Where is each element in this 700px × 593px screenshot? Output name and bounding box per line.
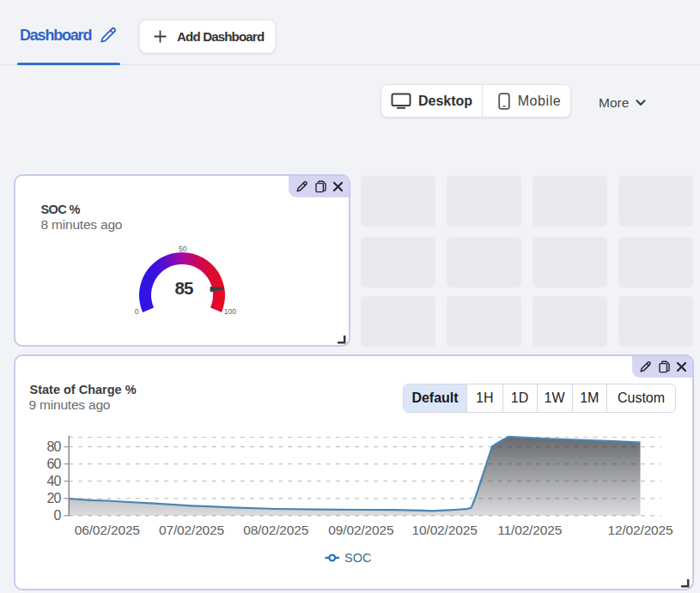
svg-text:0: 0 bbox=[54, 508, 62, 523]
svg-text:80: 80 bbox=[47, 439, 62, 454]
svg-text:06/02/2025: 06/02/2025 bbox=[75, 523, 140, 537]
svg-text:50: 50 bbox=[179, 245, 187, 253]
svg-text:60: 60 bbox=[47, 457, 62, 471]
svg-text:09/02/2025: 09/02/2025 bbox=[328, 523, 393, 537]
svg-text:08/02/2025: 08/02/2025 bbox=[243, 523, 308, 537]
svg-text:0: 0 bbox=[135, 307, 139, 316]
svg-text:20: 20 bbox=[47, 491, 62, 505]
svg-text:07/02/2025: 07/02/2025 bbox=[159, 523, 224, 537]
svg-text:85: 85 bbox=[175, 278, 193, 298]
svg-text:SOC: SOC bbox=[344, 551, 371, 565]
svg-text:12/02/2025: 12/02/2025 bbox=[607, 523, 673, 537]
svg-text:11/02/2025: 11/02/2025 bbox=[497, 523, 562, 537]
svg-text:40: 40 bbox=[47, 474, 62, 488]
svg-text:100: 100 bbox=[224, 307, 236, 316]
svg-text:10/02/2025: 10/02/2025 bbox=[412, 523, 478, 537]
